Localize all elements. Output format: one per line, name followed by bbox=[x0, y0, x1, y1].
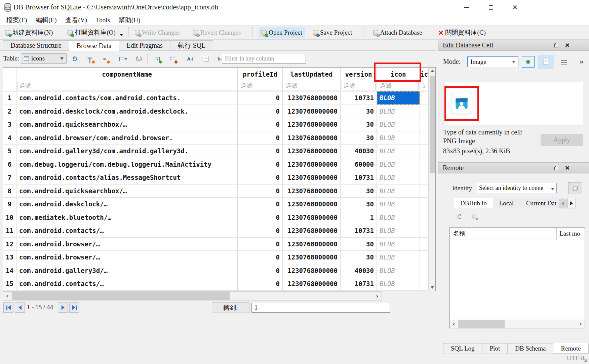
menu-item-tools[interactable]: Tools bbox=[91, 16, 114, 25]
sort-az-button[interactable]: A↓ bbox=[185, 53, 196, 64]
scroll-right-button[interactable]: › bbox=[373, 292, 382, 300]
cell-profileid[interactable]: 0 bbox=[238, 145, 283, 158]
cell-version[interactable]: 40030 bbox=[341, 145, 377, 158]
open-database-button[interactable]: 打開資料庫(O) bbox=[65, 27, 121, 38]
cell-lastupdated[interactable]: 1230768000000 bbox=[283, 211, 341, 224]
remote-refresh-button[interactable] bbox=[455, 212, 465, 221]
row-number[interactable]: 14 bbox=[3, 264, 16, 277]
identity-select[interactable]: Select an identity to conne bbox=[476, 183, 557, 193]
cell-icon-blob[interactable]: BLOB bbox=[377, 211, 420, 224]
cell-profileid[interactable]: 0 bbox=[238, 251, 283, 264]
maximize-button[interactable] bbox=[484, 3, 498, 12]
menu-item-e[interactable]: 編輯(E) bbox=[31, 15, 61, 25]
row-number[interactable]: 13 bbox=[3, 251, 16, 264]
close-button[interactable] bbox=[508, 3, 522, 12]
remote-list-lastmodified-header[interactable]: Last mo bbox=[556, 228, 585, 240]
row-number[interactable]: 8 bbox=[3, 185, 16, 198]
clear-filters-button[interactable] bbox=[84, 53, 95, 64]
clear-sort-button[interactable] bbox=[99, 53, 111, 64]
cell-componentname[interactable]: com.android.browser/… bbox=[16, 238, 238, 251]
cell-componentname[interactable]: com.android.browser/… bbox=[16, 251, 238, 264]
cell-componentname[interactable]: com.android.contacts/com.android.contact… bbox=[16, 91, 238, 105]
filter-input-profileid[interactable] bbox=[239, 82, 281, 90]
cell-lastupdated[interactable]: 1230768000000 bbox=[283, 105, 341, 118]
cell-lastupdated[interactable]: 1230768000000 bbox=[283, 158, 341, 171]
print-button[interactable] bbox=[133, 53, 145, 64]
word-wrap-button[interactable] bbox=[558, 57, 570, 67]
cell-icon-blob[interactable]: BLOB bbox=[377, 91, 420, 105]
prev-page-button[interactable] bbox=[15, 302, 25, 313]
cell-componentname[interactable]: com.android.quicksearchbox/… bbox=[16, 118, 238, 131]
menu-item-f[interactable]: 檔案(F) bbox=[2, 15, 31, 25]
cell-version[interactable]: 60000 bbox=[341, 158, 377, 171]
row-number[interactable]: 1 bbox=[3, 91, 16, 105]
more-tools-button[interactable] bbox=[577, 56, 586, 67]
cell-stub[interactable] bbox=[420, 118, 429, 131]
cell-stub[interactable] bbox=[420, 251, 429, 264]
dock-tab-sql-log[interactable]: SQL Log bbox=[443, 343, 482, 354]
filter-input-componentname[interactable] bbox=[17, 82, 236, 90]
cell-lastupdated[interactable]: 1230768000000 bbox=[283, 264, 341, 277]
cell-stub[interactable] bbox=[420, 277, 429, 290]
cell-lastupdated[interactable]: 1230768000000 bbox=[283, 185, 341, 198]
cell-profileid[interactable]: 0 bbox=[238, 105, 283, 118]
row-number[interactable]: 7 bbox=[3, 171, 16, 184]
cell-lastupdated[interactable]: 1230768000000 bbox=[283, 277, 341, 290]
cell-stub[interactable] bbox=[420, 198, 429, 211]
tab-edit-pragmas[interactable]: Edit Pragmas bbox=[119, 40, 170, 50]
scroll-left-button[interactable]: ‹ bbox=[450, 320, 458, 328]
mode-select[interactable]: Image bbox=[467, 56, 518, 67]
dock-tab-plot[interactable]: Plot bbox=[482, 343, 508, 354]
insert-record-button[interactable] bbox=[151, 53, 163, 64]
cell-version[interactable]: 1 bbox=[341, 211, 377, 224]
cell-profileid[interactable]: 0 bbox=[238, 277, 283, 290]
refresh-button[interactable] bbox=[69, 53, 80, 64]
scroll-up-button[interactable] bbox=[429, 68, 436, 74]
cell-icon-blob[interactable]: BLOB bbox=[377, 198, 420, 211]
cell-componentname[interactable]: com.android.contacts/… bbox=[16, 224, 238, 237]
cell-icon-blob[interactable]: BLOB bbox=[377, 145, 420, 158]
cell-lastupdated[interactable]: 1230768000000 bbox=[283, 91, 341, 105]
cell-icon-blob[interactable]: BLOB bbox=[377, 277, 420, 290]
filter-input-version[interactable] bbox=[342, 82, 376, 90]
cell-profileid[interactable]: 0 bbox=[238, 185, 283, 198]
menu-item-h[interactable]: 幫助(H) bbox=[114, 15, 145, 25]
cell-profileid[interactable]: 0 bbox=[238, 224, 283, 237]
close-panel-icon[interactable] bbox=[565, 166, 569, 170]
cell-stub[interactable] bbox=[420, 264, 429, 277]
cell-stub[interactable] bbox=[420, 171, 429, 184]
scrollbar-thumb[interactable] bbox=[458, 320, 505, 328]
cell-icon-blob[interactable]: BLOB bbox=[377, 171, 420, 184]
cell-profileid[interactable]: 0 bbox=[238, 158, 283, 171]
table-select[interactable]: icons bbox=[21, 53, 67, 64]
cell-lastupdated[interactable]: 1230768000000 bbox=[283, 131, 341, 145]
cell-version[interactable]: 10731 bbox=[341, 171, 377, 184]
cell-version[interactable]: 30 bbox=[341, 105, 377, 118]
remote-list-name-header[interactable]: 名稱 bbox=[450, 229, 556, 238]
column-header-ic[interactable]: ic bbox=[420, 68, 429, 81]
cell-profileid[interactable]: 0 bbox=[238, 118, 283, 131]
remote-tab-local[interactable]: Local bbox=[493, 198, 520, 208]
cell-version[interactable]: 10731 bbox=[341, 91, 377, 105]
cell-icon-blob[interactable]: BLOB bbox=[377, 251, 420, 264]
cell-componentname[interactable]: com.android.deskclock/… bbox=[16, 198, 238, 211]
cell-componentname[interactable]: com.android.contacts/alias.MessageShortc… bbox=[16, 171, 238, 184]
row-number[interactable]: 12 bbox=[3, 238, 16, 251]
cell-version[interactable]: 30 bbox=[341, 118, 377, 131]
cell-lastupdated[interactable]: 1230768000000 bbox=[283, 171, 341, 184]
last-page-button[interactable] bbox=[69, 302, 79, 313]
cell-icon-blob[interactable]: BLOB bbox=[377, 105, 420, 118]
cell-version[interactable]: 30 bbox=[341, 251, 377, 264]
cell-componentname[interactable]: com.debug.loggerui/com.debug.loggerui.Ma… bbox=[16, 158, 238, 171]
remote-tab-current-dat[interactable]: Current Dat bbox=[520, 198, 563, 208]
scrollbar-thumb[interactable] bbox=[430, 76, 435, 173]
cell-icon-blob[interactable]: BLOB bbox=[377, 118, 420, 131]
save-project-button[interactable]: Save Project bbox=[310, 27, 355, 38]
cell-lastupdated[interactable]: 1230768000000 bbox=[283, 118, 341, 131]
cell-profileid[interactable]: 0 bbox=[238, 131, 283, 145]
cell-icon-blob[interactable]: BLOB bbox=[377, 264, 420, 277]
cell-stub[interactable] bbox=[420, 145, 429, 158]
open-project-button[interactable]: Open Project bbox=[259, 27, 305, 38]
row-number[interactable]: 3 bbox=[3, 118, 16, 131]
row-number[interactable]: 15 bbox=[3, 277, 16, 290]
